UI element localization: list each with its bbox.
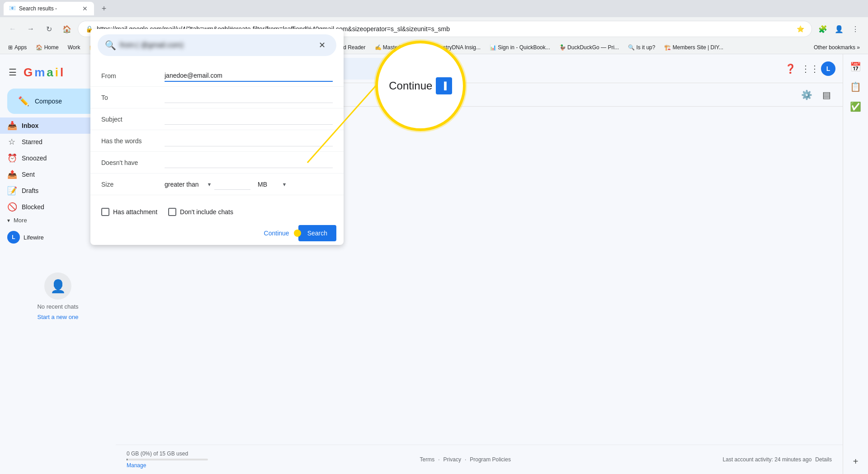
right-panel-keep-icon[interactable]: ✅	[847, 98, 865, 116]
forward-button[interactable]: →	[24, 22, 38, 36]
continue-button[interactable]: Continue	[259, 226, 295, 240]
tab-close-button[interactable]: ✕	[81, 5, 89, 12]
sidebar-item-inbox-label: Inbox	[22, 122, 93, 129]
right-panel-expand-icon[interactable]: +	[847, 452, 865, 470]
profile-button[interactable]: 👤	[832, 22, 846, 36]
sidebar-item-drafts-label: Drafts	[22, 187, 101, 194]
has-attachment-checkbox[interactable]: Has attachment	[101, 208, 157, 216]
size-value-input[interactable]	[214, 178, 250, 190]
refresh-button[interactable]: ↻	[42, 22, 56, 36]
blocked-icon: 🚫	[7, 202, 16, 212]
from-input[interactable]	[165, 70, 333, 82]
doesnt-have-input[interactable]	[165, 157, 333, 168]
program-policies-link[interactable]: Program Policies	[470, 456, 511, 463]
to-label: To	[101, 94, 165, 101]
column-view-button[interactable]: ▤	[817, 86, 835, 104]
more-options-button[interactable]: ⋮	[848, 22, 863, 36]
last-activity-text: Last account activity: 24 minutes ago	[723, 456, 812, 463]
size-row: Size greater than less than ▾ MB KB Byte…	[90, 174, 344, 195]
has-words-label: Has the words	[101, 137, 165, 145]
bookmark-work[interactable]: Work	[65, 43, 83, 52]
menu-button[interactable]: ☰	[4, 63, 22, 81]
magnify-button[interactable]: ▐	[436, 77, 452, 94]
sent-icon: 📤	[7, 169, 16, 179]
tab-favicon: 📧	[9, 5, 16, 12]
search-filter-dialog: 🔍 from:( @gmail.com) ✕ From To Subject H…	[90, 29, 344, 245]
starred-icon: ☆	[7, 137, 16, 147]
size-operator-wrapper: greater than less than ▾	[165, 181, 211, 188]
has-attachment-label: Has attachment	[113, 208, 157, 216]
has-words-row: Has the words	[90, 130, 344, 152]
privacy-link[interactable]: Privacy	[443, 456, 461, 463]
home-button[interactable]: 🏠	[60, 22, 74, 36]
bookmark-apps[interactable]: ⊞Apps	[5, 43, 29, 52]
person-avatar: L	[7, 231, 20, 244]
settings-button[interactable]: ⚙️	[797, 86, 816, 104]
right-panel-calendar-icon[interactable]: 📅	[847, 58, 865, 76]
gmail-footer: 0 GB (0%) of 15 GB used Manage Terms · P…	[116, 445, 843, 474]
right-panel-tasks-icon[interactable]: 📋	[847, 78, 865, 96]
drafts-icon: 📝	[7, 186, 16, 196]
bookmark-members[interactable]: 🏗️ Members Site | DIY...	[661, 43, 726, 52]
dialog-close-button[interactable]: ✕	[315, 38, 329, 52]
dialog-search-icon: 🔍	[105, 40, 116, 51]
no-chats-section: 👤 No recent chats Start a new one	[0, 272, 116, 320]
search-button[interactable]: Search	[298, 225, 336, 241]
storage-section: 0 GB (0%) of 15 GB used Manage	[127, 451, 208, 469]
bookmark-quickbooks[interactable]: 📊 Sign in - QuickBook...	[487, 43, 553, 52]
magnify-content: Continue ▐	[389, 77, 452, 94]
new-tab-button[interactable]: +	[98, 2, 110, 15]
yellow-dot-indicator	[294, 230, 301, 237]
from-row: From	[90, 65, 344, 87]
from-label: From	[101, 72, 165, 80]
sidebar-item-snoozed-label: Snoozed	[22, 155, 101, 162]
bookmark-home[interactable]: 🏠 Home	[33, 43, 61, 52]
sidebar-item-blocked-label: Blocked	[22, 203, 101, 211]
storage-text: 0 GB (0%) of 15 GB used	[127, 451, 208, 457]
size-unit-wrapper: MB KB Bytes ▾	[258, 181, 286, 188]
help-button[interactable]: ❓	[781, 60, 799, 78]
dont-include-chats-label: Don't include chats	[180, 208, 233, 216]
dialog-footer: Continue Search	[90, 221, 344, 245]
manage-link[interactable]: Manage	[127, 462, 146, 469]
tab-title: Search results -	[19, 5, 79, 12]
no-chats-title: No recent chats	[37, 303, 78, 310]
user-avatar[interactable]: L	[821, 61, 835, 76]
no-chats-icon: 👤	[44, 272, 71, 300]
toolbar-icons: 🧩 👤 ⋮	[816, 22, 863, 36]
browser-titlebar: 📧 Search results - ✕ +	[0, 0, 868, 17]
more-label: More	[14, 217, 27, 224]
terms-link[interactable]: Terms	[420, 456, 435, 463]
apps-button[interactable]: ⋮⋮	[801, 60, 819, 78]
back-button[interactable]: ←	[5, 22, 20, 36]
sidebar-item-sent-label: Sent	[22, 171, 101, 178]
start-new-chat-link[interactable]: Start a new one	[37, 314, 78, 320]
snoozed-icon: ⏰	[7, 153, 16, 163]
browser-tab[interactable]: 📧 Search results - ✕	[4, 2, 94, 15]
bookmark-duckduckgo[interactable]: 🦆 DuckDuckGo — Pri...	[557, 43, 622, 52]
dialog-search-bar[interactable]: 🔍 from:( @gmail.com) ✕	[98, 34, 336, 56]
compose-label: Compose	[35, 98, 62, 105]
bookmark-isitup[interactable]: 🔍 Is it up?	[625, 43, 658, 52]
magnify-continue-text: Continue	[389, 80, 432, 92]
header-right: ❓ ⋮⋮ L	[781, 60, 835, 78]
size-operator-select[interactable]: greater than less than	[165, 181, 208, 188]
dialog-search-text: from:( @gmail.com)	[120, 41, 311, 49]
checkboxes-row: Has attachment Don't include chats	[90, 202, 344, 221]
to-row: To	[90, 87, 344, 108]
details-link[interactable]: Details	[815, 456, 832, 463]
has-words-input[interactable]	[165, 135, 333, 146]
footer-links: Terms · Privacy · Program Policies	[420, 456, 511, 463]
last-activity: Last account activity: 24 minutes ago De…	[723, 456, 832, 463]
size-unit-select[interactable]: MB KB Bytes	[258, 181, 283, 188]
has-attachment-box	[101, 208, 109, 216]
inbox-icon: 📥	[7, 121, 16, 131]
to-input[interactable]	[165, 92, 333, 103]
expand-icon: ▾	[7, 217, 10, 224]
bookmark-other[interactable]: Other bookmarks »	[811, 43, 863, 52]
dont-include-chats-checkbox[interactable]: Don't include chats	[168, 208, 233, 216]
search-button-wrapper: Search	[298, 225, 336, 241]
extensions-button[interactable]: 🧩	[816, 22, 830, 36]
subject-input[interactable]	[165, 113, 333, 125]
doesnt-have-label: Doesn't have	[101, 159, 165, 166]
